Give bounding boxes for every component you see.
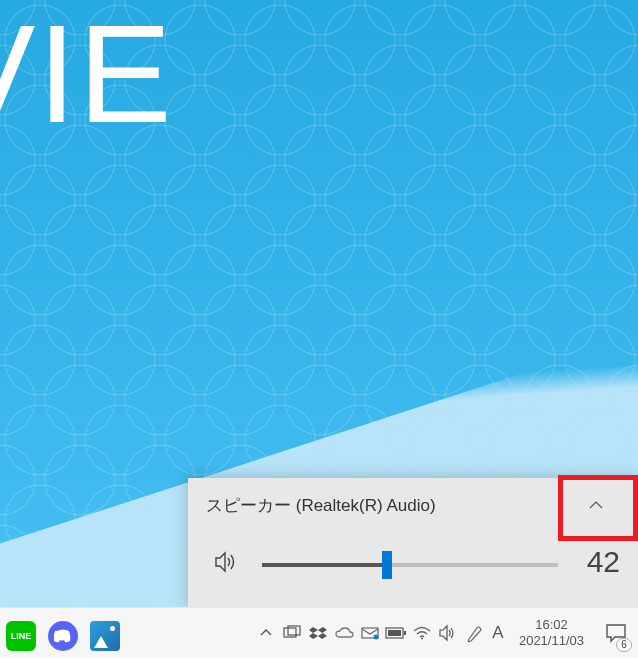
- notification-badge: 6: [616, 638, 632, 652]
- line-icon: LINE: [6, 621, 36, 651]
- tray-wifi[interactable]: [409, 608, 435, 658]
- taskbar-app-discord[interactable]: [42, 614, 84, 658]
- pen-icon: [466, 624, 482, 642]
- svg-rect-0: [284, 628, 296, 637]
- tray-task-view[interactable]: [279, 608, 305, 658]
- taskbar-app-photos[interactable]: [84, 614, 126, 658]
- tray-volume[interactable]: [435, 608, 461, 658]
- action-center-button[interactable]: 6: [594, 608, 638, 658]
- battery-icon: [385, 627, 407, 639]
- taskbar-app-line[interactable]: LINE: [0, 614, 42, 658]
- mail-icon: [361, 626, 379, 640]
- system-tray: A 16:02 2021/11/03 6: [253, 608, 638, 658]
- tray-dropbox[interactable]: [305, 608, 331, 658]
- chevron-up-icon: [259, 626, 273, 640]
- taskbar: LINE: [0, 607, 638, 658]
- svg-rect-1: [288, 626, 300, 635]
- tray-onedrive[interactable]: [331, 608, 357, 658]
- speaker-icon: [211, 547, 241, 577]
- volume-slider[interactable]: [262, 563, 558, 567]
- clock-date: 2021/11/03: [519, 633, 584, 649]
- photos-icon: [90, 621, 120, 651]
- wallpaper-brand-text: VIE: [0, 4, 174, 144]
- dropbox-icon: [309, 625, 327, 641]
- svg-point-7: [421, 638, 423, 640]
- volume-mute-toggle[interactable]: [206, 547, 246, 577]
- tray-pen[interactable]: [461, 608, 487, 658]
- volume-flyout: スピーカー (Realtek(R) Audio) 42: [188, 478, 638, 608]
- wifi-icon: [413, 626, 431, 640]
- svg-point-3: [373, 635, 378, 640]
- chevron-up-icon: [587, 496, 605, 514]
- cloud-icon: [334, 626, 354, 640]
- volume-value: 42: [570, 545, 620, 579]
- volume-expand-button[interactable]: [572, 481, 620, 529]
- tray-overflow-button[interactable]: [253, 608, 279, 658]
- speaker-icon: [438, 624, 458, 642]
- svg-rect-5: [388, 630, 401, 636]
- svg-rect-6: [404, 631, 406, 635]
- taskbar-clock[interactable]: 16:02 2021/11/03: [509, 608, 594, 658]
- tray-mail[interactable]: [357, 608, 383, 658]
- volume-device-name: スピーカー (Realtek(R) Audio): [206, 494, 572, 517]
- clock-time: 16:02: [535, 617, 568, 633]
- tray-battery[interactable]: [383, 608, 409, 658]
- task-view-icon: [283, 625, 301, 641]
- ime-mode-label: A: [492, 623, 503, 643]
- discord-icon: [48, 621, 78, 651]
- tray-ime-indicator[interactable]: A: [487, 608, 509, 658]
